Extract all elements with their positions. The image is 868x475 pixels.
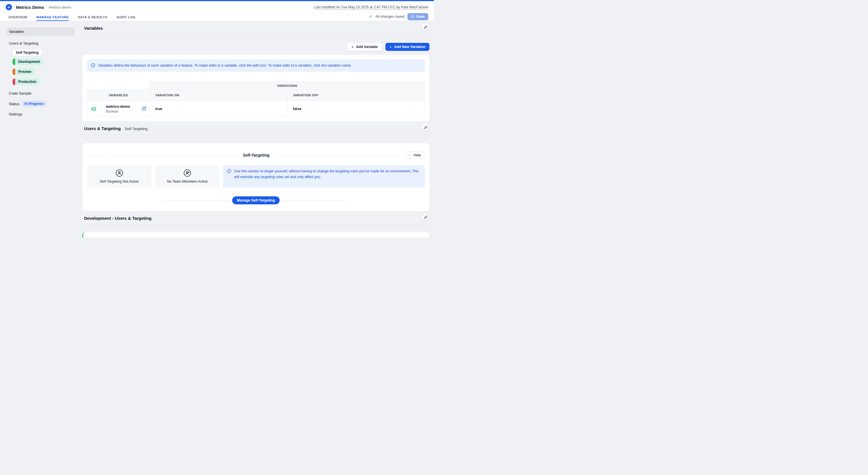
tab-overview[interactable]: OVERVIEW <box>8 13 27 21</box>
manage-self-targeting-button[interactable]: Manage Self-Targeting <box>232 196 279 204</box>
variable-target-check-icon <box>91 106 97 112</box>
variables-section-header: Variables <box>82 21 429 34</box>
feature-key: metrics-demo <box>49 5 71 9</box>
feature-header: Metrics Demo metrics-demo Last modified … <box>0 1 434 13</box>
sidebar-item-status[interactable]: Status <box>9 102 20 106</box>
variation-on-column-header: VARIATION ON <box>150 90 287 101</box>
variables-section-link-button[interactable] <box>422 24 429 30</box>
back-button[interactable] <box>6 4 12 10</box>
sidebar-item-env-production[interactable]: Production <box>12 78 39 85</box>
sidebar-item-code-sample[interactable]: Code Sample <box>6 91 75 95</box>
variation-on-value: true <box>150 101 287 117</box>
status-badge: In Progress <box>22 101 46 106</box>
section-title: Variables <box>84 26 103 31</box>
team-members-status-card: No Team Members Active <box>155 165 220 188</box>
variable-name: metrics-demo <box>106 104 140 108</box>
self-targeting-card-title: Self-Targeting <box>243 153 269 157</box>
development-section-header: Development - Users & Targeting <box>82 211 429 224</box>
link-icon <box>424 126 427 129</box>
manage-self-targeting-row: Manage Self-Targeting <box>87 196 425 204</box>
sidebar-item-users-targeting[interactable]: Users & Targeting <box>6 41 75 45</box>
variable-type-icon-cell <box>87 101 100 117</box>
app-window: Metrics Demo metrics-demo Last modified … <box>0 0 434 238</box>
save-status-text: All changes saved <box>375 14 404 19</box>
person-icon <box>116 169 123 177</box>
plus-icon: + <box>351 45 354 49</box>
variables-actions: + Add Variable + Add New Variation <box>82 43 429 51</box>
link-icon <box>424 26 427 29</box>
self-targeting-card: Self-Targeting – Hide Self-Tar <box>82 143 429 211</box>
section-title: Users & Targeting <box>84 126 121 131</box>
users-targeting-link-button[interactable] <box>422 124 429 131</box>
add-variable-button[interactable]: + Add Variable <box>347 43 382 51</box>
section-title: Development - Users & Targeting <box>84 216 152 221</box>
main-panel: Variables + Add Variable + Add New Varia… <box>80 21 434 238</box>
variable-type: Boolean <box>106 109 140 114</box>
team-members-status-label: No Team Members Active <box>167 180 208 184</box>
section-subtitle: Self-Targeting <box>125 127 148 131</box>
save-button[interactable]: Save <box>407 13 428 20</box>
sidebar-item-env-preview[interactable]: Preview <box>12 69 34 75</box>
env-color-chip <box>12 69 15 75</box>
variable-name-cell: metrics-demo Boolean <box>100 101 150 117</box>
development-targeting-card: Targeting ON Use targeting rules to conf… <box>82 232 429 238</box>
link-icon <box>424 216 427 219</box>
tab-data-results[interactable]: DATA & RESULTS <box>78 13 107 21</box>
self-targeting-info-banner: Use this section to target yourself, wit… <box>223 165 425 188</box>
variables-column-header: VARIABLES <box>87 90 150 101</box>
minus-icon: – <box>409 153 411 157</box>
back-arrow-icon <box>7 5 11 9</box>
sidebar-item-variables[interactable]: Variables <box>6 27 75 36</box>
last-modified-text: Last modified on Tue May 13 2025 at 2:47… <box>314 5 428 9</box>
sidebar: Variables Users & Targeting Self-Targeti… <box>0 21 80 238</box>
info-icon <box>91 63 95 67</box>
self-targeting-status-card: Self-Targeting Not Active <box>87 165 152 188</box>
variations-header-cell: VARIATIONS <box>150 82 425 90</box>
banner-text: Variables define the behaviour of each v… <box>98 63 352 68</box>
variables-card: Variables define the behaviour of each v… <box>82 55 429 122</box>
variation-off-column-header: VARIATION OFF <box>287 90 425 101</box>
circle-check-icon <box>410 14 414 18</box>
edit-variable-button[interactable] <box>142 106 147 112</box>
sidebar-item-env-development[interactable]: Development <box>12 59 43 65</box>
self-targeting-status-row: Self-Targeting Not Active No Team Member… <box>87 165 425 188</box>
self-targeting-title-row: Self-Targeting – Hide <box>87 152 425 159</box>
self-targeting-status-label: Self-Targeting Not Active <box>100 180 139 184</box>
env-color-chip <box>12 78 15 85</box>
sidebar-status-row: Status In Progress <box>6 101 75 106</box>
hide-self-targeting-button[interactable]: – Hide <box>405 152 425 159</box>
add-new-variation-button[interactable]: + Add New Variation <box>385 43 429 51</box>
tab-audit-log[interactable]: AUDIT LOG <box>116 13 135 21</box>
development-section-link-button[interactable] <box>422 214 429 220</box>
saved-check-icon <box>369 14 373 19</box>
edit-icon <box>142 106 146 110</box>
users-targeting-section-header: Users & Targeting Self-Targeting <box>82 122 429 135</box>
env-color-chip <box>12 59 15 65</box>
variables-info-banner: Variables define the behaviour of each v… <box>87 59 425 72</box>
plus-icon: + <box>390 45 392 49</box>
person-plus-icon <box>184 169 191 177</box>
content-area: Variables Users & Targeting Self-Targeti… <box>0 21 434 238</box>
page-title: Metrics Demo <box>16 5 44 10</box>
tab-manage-feature[interactable]: MANAGE FEATURE <box>36 13 69 21</box>
variation-off-value: false <box>287 101 425 117</box>
info-icon <box>227 169 231 173</box>
tab-bar: OVERVIEW MANAGE FEATURE DATA & RESULTS A… <box>0 13 434 21</box>
variables-table: VARIATIONS VARIABLES VARIATION ON VARIAT… <box>87 82 425 117</box>
banner-text: Use this section to target yourself, wit… <box>234 169 421 180</box>
sidebar-item-settings[interactable]: Settings <box>6 112 75 116</box>
sidebar-item-self-targeting[interactable]: Self-Targeting <box>12 50 42 56</box>
